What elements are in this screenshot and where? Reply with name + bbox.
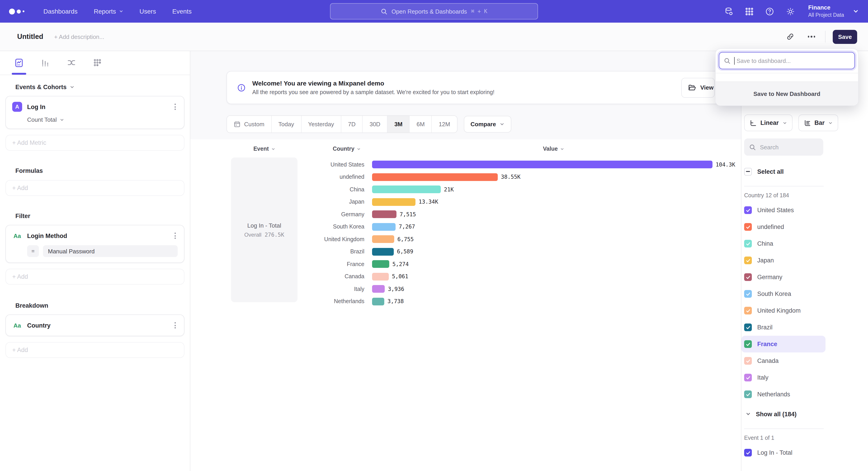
nav-item-reports[interactable]: Reports — [94, 8, 123, 15]
filter-operator[interactable]: = — [27, 245, 39, 257]
data-management-icon[interactable] — [724, 6, 734, 16]
bar-france[interactable] — [372, 260, 389, 268]
range-7d[interactable]: 7D — [341, 116, 363, 133]
help-icon[interactable] — [765, 6, 774, 16]
country-item-germany[interactable]: Germany — [741, 269, 826, 286]
global-search-button[interactable]: Open Reports & Dashboards ⌘ + K — [330, 3, 538, 20]
view-dataset-button[interactable]: View — [681, 78, 715, 97]
column-header-value[interactable]: Value — [543, 146, 564, 152]
add-formula-button[interactable]: + Add — [5, 180, 184, 196]
country-item-italy[interactable]: Italy — [741, 369, 826, 386]
apps-grid-icon[interactable] — [745, 7, 753, 16]
checkbox-checked-icon — [744, 240, 752, 247]
select-all-checkbox[interactable]: Select all — [744, 165, 868, 178]
nav-item-events[interactable]: Events — [172, 8, 192, 15]
metric-name[interactable]: Log In — [27, 104, 45, 110]
event-item-log-in-total[interactable]: Log In - Total — [741, 444, 826, 461]
country-item-south-korea[interactable]: South Korea — [741, 286, 826, 302]
metric-card-log-in[interactable]: A Log In Count Total — [5, 96, 184, 129]
country-item-netherlands[interactable]: Netherlands — [741, 386, 826, 403]
breakdown-card-country[interactable]: Aa Country — [5, 315, 184, 336]
breakdown-header: Breakdown — [16, 302, 184, 309]
bar-united-states[interactable] — [372, 161, 712, 169]
bar-italy[interactable] — [372, 285, 385, 293]
report-title[interactable]: Untitled — [17, 33, 43, 41]
country-item-united-kingdom[interactable]: United Kingdom — [741, 302, 826, 319]
tab-insights[interactable] — [12, 51, 26, 75]
add-filter-button[interactable]: + Add — [5, 269, 184, 285]
string-property-icon: Aa — [12, 320, 22, 330]
value-scale-dropdown[interactable]: Linear — [744, 115, 792, 131]
global-search-label: Open Reports & Dashboards — [392, 8, 467, 15]
filter-card-login-method[interactable]: Aa Login Method = Manual Password — [5, 225, 184, 263]
nav-item-dashboards[interactable]: Dashboards — [43, 8, 78, 15]
bar-south-korea[interactable] — [372, 223, 396, 231]
bar-value-label: 7,267 — [399, 224, 415, 230]
nav-items: DashboardsReportsUsersEvents — [43, 8, 192, 15]
date-range-controls: CustomTodayYesterday7D30D3M6M12M Compare — [226, 115, 725, 133]
project-chevron-down-icon[interactable] — [852, 8, 859, 14]
tab-flows[interactable] — [64, 51, 79, 75]
bar-united-kingdom[interactable] — [372, 235, 394, 243]
bar-value-label: 5,274 — [393, 261, 409, 267]
bar-germany[interactable] — [372, 211, 397, 218]
compare-button[interactable]: Compare — [464, 116, 512, 133]
breakdown-kebab-menu[interactable] — [173, 320, 178, 330]
tab-retention[interactable] — [90, 51, 105, 75]
column-header-country[interactable]: Country — [333, 146, 361, 152]
mixpanel-logo[interactable] — [9, 8, 24, 14]
country-item-undefined[interactable]: undefined — [741, 218, 826, 235]
range-6m[interactable]: 6M — [410, 116, 432, 133]
country-item-france[interactable]: France — [741, 336, 826, 352]
bar-japan[interactable] — [372, 198, 415, 206]
country-item-japan[interactable]: Japan — [741, 252, 826, 269]
save-to-dashboard-popup: Save to dashboard... Save to New Dashboa… — [715, 49, 859, 106]
save-button[interactable]: Save — [833, 30, 857, 44]
metric-kebab-menu[interactable] — [173, 102, 178, 112]
range-30d[interactable]: 30D — [363, 116, 388, 133]
events-cohorts-header[interactable]: Events & Cohorts — [16, 84, 184, 90]
filter-property-name[interactable]: Login Method — [27, 232, 67, 239]
nav-item-users[interactable]: Users — [140, 8, 156, 15]
check-icon — [745, 308, 751, 313]
save-to-new-dashboard-button[interactable]: Save to New Dashboard — [716, 82, 858, 106]
filter-value[interactable]: Manual Password — [43, 245, 178, 257]
country-item-canada[interactable]: Canada — [741, 352, 826, 369]
range-12m[interactable]: 12M — [432, 116, 457, 133]
bar-china[interactable] — [372, 186, 441, 194]
range-3m[interactable]: 3M — [388, 116, 410, 133]
chart-type-dropdown[interactable]: Bar — [798, 115, 838, 131]
range-yesterday[interactable]: Yesterday — [301, 116, 341, 133]
tab-funnels[interactable] — [38, 51, 53, 75]
copy-link-icon[interactable] — [783, 30, 797, 43]
filter-kebab-menu[interactable] — [173, 231, 178, 241]
show-all-button[interactable]: Show all (184) — [744, 407, 868, 421]
bar-canada[interactable] — [372, 273, 389, 281]
range-today[interactable]: Today — [272, 116, 301, 133]
legend-search-input[interactable]: Search — [744, 139, 823, 156]
bar-value-label: 38.55K — [501, 174, 521, 180]
country-item-china[interactable]: China — [741, 235, 826, 252]
add-breakdown-button[interactable]: + Add — [5, 342, 184, 358]
bar-category-label: Japan — [299, 199, 364, 205]
add-metric-button[interactable]: + Add Metric — [5, 135, 184, 151]
settings-gear-icon[interactable] — [785, 6, 795, 16]
range-custom[interactable]: Custom — [227, 116, 272, 133]
country-item-united-states[interactable]: United States — [741, 202, 826, 218]
column-header-event[interactable]: Event — [231, 146, 298, 152]
add-description[interactable]: + Add description... — [54, 33, 104, 40]
bar-netherlands[interactable] — [372, 298, 384, 305]
aggregation-dropdown[interactable]: Count Total — [27, 116, 178, 123]
bar-brazil[interactable] — [372, 248, 394, 256]
mixpanel-insights-app: DashboardsReportsUsersEvents Open Report… — [0, 0, 868, 471]
project-scope: All Project Data — [808, 12, 844, 18]
info-icon — [237, 83, 246, 92]
chart-row-united-states: United States104.3K — [299, 158, 725, 171]
bar-undefined[interactable] — [372, 173, 498, 181]
save-to-dashboard-input[interactable]: Save to dashboard... — [719, 52, 855, 69]
project-switcher[interactable]: Finance All Project Data — [808, 4, 844, 18]
breakdown-property-name[interactable]: Country — [27, 322, 51, 329]
event-cell[interactable]: Log In - Total Overall 276.5K — [231, 157, 298, 302]
more-options-button[interactable] — [805, 33, 818, 40]
country-item-brazil[interactable]: Brazil — [741, 319, 826, 336]
